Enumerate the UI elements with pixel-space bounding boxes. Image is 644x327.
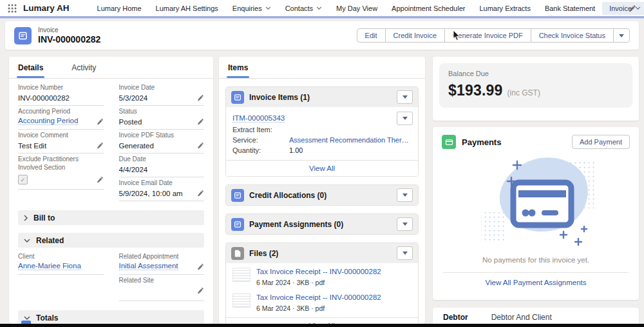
checkbox-checked: ✓	[18, 175, 28, 184]
section-totals[interactable]: Totals	[18, 310, 204, 324]
credit-invoice-button[interactable]: Credit Invoice	[385, 28, 445, 43]
edit-pencil-icon[interactable]	[193, 118, 204, 125]
global-nav: Lumary AH Lumary Home Lumary AH Settings…	[0, 0, 644, 16]
bottom-screen-edge	[0, 324, 644, 327]
nav-tab-appointment-scheduler[interactable]: Appointment Scheduler	[384, 2, 472, 15]
invoice-items-header[interactable]: Invoice Items (1)	[226, 87, 418, 107]
service-link[interactable]: Assessment Recommendation Therapy or Tra…	[289, 136, 412, 144]
invoice-items-section: Invoice Items (1) ITM-000005343 Extract …	[225, 86, 419, 177]
invoice-item-row-dropdown-button[interactable]	[397, 112, 413, 125]
payment-assignments-header[interactable]: Payment Assignments (0)	[226, 214, 418, 234]
credit-allocations-section: Credit Allocations (0)	[225, 184, 419, 206]
nav-edit-pencil-icon[interactable]	[629, 5, 636, 12]
tab-items[interactable]: Items	[228, 57, 248, 78]
payment-assignments-icon	[231, 218, 244, 231]
section-bill-to[interactable]: Bill to	[18, 210, 204, 225]
chevron-down-icon	[24, 239, 30, 243]
caret-down-icon	[402, 223, 408, 226]
field-invoice-date: Invoice Date 5/3/2024	[119, 83, 205, 106]
field-accounting-period: Accounting Period Accounting Period	[18, 107, 104, 130]
check-invoice-status-button[interactable]: Check Invoice Status	[531, 28, 614, 43]
invoice-item-row: ITM-000005343 Extract Item: Service:Asse…	[226, 107, 418, 160]
credit-card-icon	[513, 183, 571, 225]
nav-tab-bank-statement[interactable]: Bank Statement	[538, 2, 602, 15]
nav-tab-lumary-ah-settings[interactable]: Lumary AH Settings	[149, 2, 225, 15]
payment-assignments-section: Payment Assignments (0)	[225, 213, 419, 235]
accounting-period-link[interactable]: Accounting Period	[18, 117, 78, 125]
payments-icon	[442, 135, 456, 149]
details-panel: Details Activity Invoice Number INV-0000…	[9, 57, 213, 324]
add-payment-button[interactable]: Add Payment	[572, 135, 630, 149]
payments-title: Payments	[462, 137, 566, 147]
edit-pencil-icon[interactable]	[193, 94, 204, 101]
edit-pencil-icon[interactable]	[93, 118, 104, 125]
field-status: Status Posted	[119, 107, 205, 130]
generate-invoice-pdf-button[interactable]: Generate Invoice PDF	[444, 28, 531, 43]
invoice-item-link[interactable]: ITM-000005343	[232, 114, 285, 123]
field-invoice-pdf-status: Invoice PDF Status Generated	[119, 131, 205, 154]
file-meta: 6 Mar 2024 · 3KB · pdf	[256, 279, 381, 286]
app-name: Lumary AH	[23, 3, 70, 13]
invoice-items-view-all-link[interactable]: View All	[226, 160, 418, 176]
tab-details[interactable]: Details	[18, 57, 43, 78]
field-related-site: Related Site	[119, 276, 205, 301]
files-header[interactable]: Files (2)	[226, 243, 418, 263]
balance-due-label: Balance Due	[448, 70, 623, 77]
balance-due-card: Balance Due $193.99 (inc GST)	[433, 57, 639, 121]
nav-tab-my-day-view[interactable]: My Day View	[329, 2, 384, 15]
chevron-down-icon	[24, 316, 30, 320]
field-invoice-number: Invoice Number INV-000000282	[18, 83, 104, 106]
edit-button[interactable]: Edit	[357, 28, 386, 43]
caret-down-icon	[619, 34, 624, 37]
invoice-items-dropdown-button[interactable]	[397, 90, 413, 104]
edit-pencil-icon[interactable]	[93, 176, 104, 183]
files-view-all-link[interactable]: View All	[226, 317, 418, 324]
payments-empty-text: No payments for this invoice yet.	[433, 256, 639, 264]
detail-fields: Invoice Number INV-000000282 Accounting …	[9, 79, 213, 203]
entity-label: Invoice	[38, 26, 100, 34]
edit-pencil-icon[interactable]	[193, 190, 204, 197]
files-icon	[231, 247, 244, 260]
payment-assignments-dropdown-button[interactable]	[397, 217, 413, 231]
related-appointment-link[interactable]: Initial Assessment	[119, 262, 178, 270]
edit-pencil-icon[interactable]	[193, 287, 204, 294]
credit-allocations-icon	[231, 189, 244, 202]
files-dropdown-button[interactable]	[397, 246, 413, 260]
file-row: Tax Invoice Receipt -- INV-000000282 6 M…	[226, 263, 418, 289]
section-related[interactable]: Related	[18, 233, 204, 248]
edit-pencil-icon[interactable]	[193, 142, 204, 149]
nav-tab-lumary-extracts[interactable]: Lumary Extracts	[472, 2, 537, 15]
debtor-value: Debtor And Client	[491, 313, 552, 322]
record-identity: Invoice INV-000000282	[38, 26, 100, 45]
payments-card: Payments Add Payment	[433, 127, 639, 300]
nav-tab-contacts[interactable]: Contacts	[278, 2, 329, 15]
debtor-card: Debtor Debtor And Client	[433, 308, 639, 324]
nav-tab-enquiries[interactable]: Enquiries	[225, 2, 278, 15]
credit-allocations-dropdown-button[interactable]	[397, 188, 413, 202]
dot-pattern	[481, 212, 504, 241]
more-actions-dropdown-button[interactable]	[613, 28, 630, 43]
tab-activity[interactable]: Activity	[71, 57, 96, 78]
items-panel: Items Invoice Items (1) ITM-000005343 Ex…	[219, 57, 425, 324]
file-link[interactable]: Tax Invoice Receipt -- INV-000000282	[256, 268, 381, 277]
nav-tab-lumary-home[interactable]: Lumary Home	[90, 2, 149, 15]
view-all-payment-assignments-link[interactable]: View All Payment Assignments	[433, 273, 639, 292]
caret-down-icon	[402, 117, 408, 120]
app-launcher-icon[interactable]	[8, 4, 17, 13]
balance-due-tile: Balance Due $193.99 (inc GST)	[439, 63, 632, 108]
nav-tab-invoice[interactable]: Invoice	[602, 2, 644, 15]
nav-tabs: Lumary Home Lumary AH Settings Enquiries…	[90, 2, 629, 15]
edit-pencil-icon[interactable]	[193, 263, 204, 270]
credit-allocations-header[interactable]: Credit Allocations (0)	[226, 185, 418, 205]
file-link[interactable]: Tax Invoice Receipt -- INV-000000282	[256, 293, 381, 302]
app-root: Lumary AH Lumary Home Lumary AH Settings…	[0, 0, 644, 327]
chevron-down-icon	[265, 6, 271, 10]
file-meta: 6 Mar 2024 · 3KB · pdf	[256, 304, 381, 312]
invoice-record-icon	[14, 27, 32, 45]
field-invoice-comment: Invoice Comment Test Edit	[18, 131, 104, 154]
items-tabs: Items	[219, 57, 425, 79]
balance-due-suffix: (inc GST)	[507, 88, 540, 97]
client-link[interactable]: Anne-Mariee Fiona	[18, 262, 81, 270]
field-exclude-practitioners: Exclude Practitioners Involved Section ✓	[18, 155, 104, 190]
edit-pencil-icon[interactable]	[93, 142, 104, 149]
